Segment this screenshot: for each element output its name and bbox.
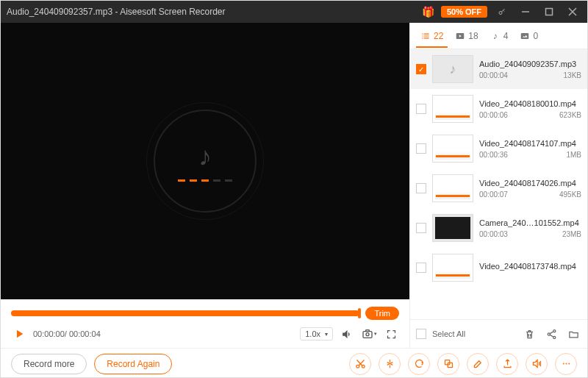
share-icon[interactable] <box>543 326 559 342</box>
titlebar: Audio_240409092357.mp3 - Aiseesoft Scree… <box>1 1 587 23</box>
list-item[interactable]: Video_240408180010.mp400:00:06623KB <box>410 89 587 129</box>
window-title: Audio_240409092357.mp3 - Aiseesoft Scree… <box>7 7 422 17</box>
svg-point-13 <box>562 363 564 365</box>
item-name: Audio_240409092357.mp3 <box>479 60 581 68</box>
folder-icon[interactable] <box>565 326 581 342</box>
item-checkbox[interactable]: ✓ <box>416 64 426 74</box>
preview-area: ♪ <box>1 23 409 299</box>
video-icon <box>455 31 465 41</box>
tab-audio[interactable]: ♪4 <box>486 28 513 44</box>
select-all-checkbox[interactable] <box>416 329 426 339</box>
list-item[interactable]: ✓ ♪ Audio_240409092357.mp300:00:0413KB <box>410 49 587 89</box>
cut-icon[interactable] <box>349 353 371 375</box>
item-thumbnail <box>432 95 473 123</box>
maximize-button[interactable] <box>540 3 558 21</box>
more-icon[interactable] <box>555 353 577 375</box>
delete-icon[interactable] <box>521 326 537 342</box>
item-thumbnail <box>432 214 473 242</box>
list-icon <box>420 31 431 41</box>
compress-icon[interactable] <box>379 353 401 375</box>
fullscreen-icon[interactable] <box>383 326 399 342</box>
tab-image[interactable]: 0 <box>515 28 542 44</box>
svg-rect-1 <box>546 9 553 15</box>
list-item[interactable]: Camera_240…101552.mp400:00:0323MB <box>410 208 587 248</box>
list-item[interactable]: Video_240408173748.mp4 <box>410 248 587 288</box>
filter-tabs: 22 18 ♪4 0 <box>410 23 587 49</box>
record-again-button[interactable]: Record Again <box>94 354 172 374</box>
svg-point-3 <box>366 333 369 336</box>
close-button[interactable] <box>564 3 581 21</box>
item-name: Camera_240…101552.mp4 <box>479 218 581 227</box>
merge-icon[interactable] <box>437 353 459 375</box>
item-name: Video_240408174026.mp4 <box>479 179 581 188</box>
item-thumbnail: ♪ <box>432 55 473 83</box>
image-icon <box>520 31 530 41</box>
tab-all[interactable]: 22 <box>416 28 448 44</box>
tab-video[interactable]: 18 <box>451 28 482 44</box>
trim-button[interactable]: Trim <box>365 307 399 320</box>
list-item[interactable]: Video_240408174026.mp400:00:07495KB <box>410 168 587 208</box>
item-checkbox[interactable] <box>416 183 426 193</box>
audio-icon: ♪ <box>490 31 501 41</box>
item-thumbnail <box>432 254 473 282</box>
discount-badge[interactable]: 50% OFF <box>441 6 487 18</box>
speed-selector[interactable]: 1.0x▾ <box>300 327 333 340</box>
snapshot-icon[interactable]: ▾ <box>361 326 377 342</box>
bottombar: Record more Record Again <box>1 348 587 378</box>
record-more-button[interactable]: Record more <box>11 354 87 374</box>
gift-icon[interactable]: 🎁 <box>422 5 435 18</box>
key-icon[interactable] <box>493 3 511 21</box>
svg-rect-2 <box>363 332 372 338</box>
music-note-icon: ♪ <box>198 141 212 172</box>
item-checkbox[interactable] <box>416 104 426 114</box>
select-all-label: Select All <box>432 329 465 338</box>
list-footer: Select All <box>410 319 587 348</box>
audio-visualizer: ♪ <box>154 110 257 213</box>
play-button[interactable] <box>11 326 27 342</box>
item-name: Video_240408180010.mp4 <box>479 99 581 108</box>
time-display: 00:00:00/ 00:00:04 <box>33 329 101 338</box>
svg-point-9 <box>356 365 359 368</box>
export-icon[interactable] <box>496 353 518 375</box>
item-name: Video_240408174107.mp4 <box>479 139 581 148</box>
item-thumbnail <box>432 135 473 163</box>
item-checkbox[interactable] <box>416 143 426 154</box>
svg-rect-5 <box>521 32 529 38</box>
svg-point-10 <box>362 365 365 368</box>
svg-point-14 <box>565 363 567 365</box>
item-checkbox[interactable] <box>416 263 426 273</box>
item-checkbox[interactable] <box>416 223 426 233</box>
edit-icon[interactable] <box>467 353 489 375</box>
svg-point-15 <box>568 363 570 365</box>
list-item[interactable]: Video_240408174107.mp400:00:361MB <box>410 129 587 168</box>
minimize-button[interactable] <box>517 3 534 21</box>
progress-bar[interactable] <box>11 310 359 316</box>
volume-icon[interactable] <box>339 326 355 342</box>
convert-icon[interactable] <box>408 353 430 375</box>
item-thumbnail <box>432 174 473 202</box>
volume-tool-icon[interactable] <box>526 353 548 375</box>
recordings-list[interactable]: ✓ ♪ Audio_240409092357.mp300:00:0413KB V… <box>410 49 587 319</box>
item-name: Video_240408173748.mp4 <box>479 262 581 271</box>
